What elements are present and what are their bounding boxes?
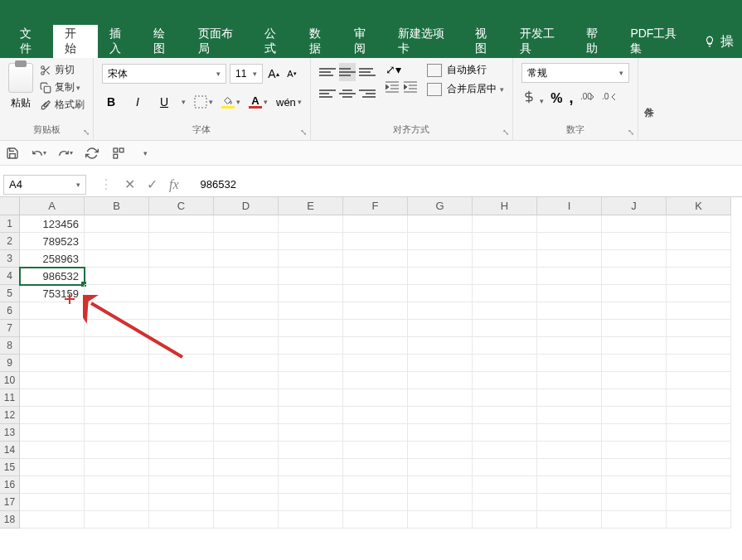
- cell[interactable]: [408, 268, 473, 285]
- cell[interactable]: [408, 407, 473, 424]
- cell[interactable]: [408, 215, 473, 233]
- cell[interactable]: [85, 494, 149, 511]
- select-all-corner[interactable]: [0, 197, 20, 215]
- cell[interactable]: [343, 511, 408, 529]
- cell[interactable]: [473, 424, 537, 442]
- align-left-button[interactable]: [319, 84, 336, 103]
- cell[interactable]: [85, 389, 149, 407]
- cell[interactable]: [85, 250, 149, 268]
- cell[interactable]: [537, 407, 602, 424]
- cell[interactable]: [602, 459, 667, 476]
- row-header[interactable]: 11: [0, 389, 20, 407]
- align-top-button[interactable]: [319, 63, 336, 81]
- cell[interactable]: [537, 233, 602, 250]
- cell[interactable]: [408, 511, 473, 529]
- cell[interactable]: [20, 355, 85, 372]
- cell[interactable]: [343, 389, 408, 407]
- cell[interactable]: [149, 355, 214, 372]
- cell[interactable]: [343, 442, 408, 459]
- qat-customize-button[interactable]: ▾: [138, 146, 153, 161]
- cell[interactable]: [537, 511, 602, 529]
- cell[interactable]: [537, 372, 602, 389]
- column-header[interactable]: D: [214, 197, 279, 215]
- tab-formulas[interactable]: 公式: [253, 25, 298, 58]
- cell[interactable]: [667, 494, 731, 511]
- cell[interactable]: [149, 215, 214, 233]
- cell[interactable]: [20, 407, 85, 424]
- cell[interactable]: [473, 337, 537, 355]
- cell[interactable]: [537, 320, 602, 337]
- cell[interactable]: [149, 459, 214, 476]
- phonetic-button[interactable]: wén ▾: [276, 96, 302, 109]
- cell[interactable]: [537, 476, 602, 494]
- cell[interactable]: [279, 511, 343, 529]
- cell[interactable]: [602, 215, 667, 233]
- cell[interactable]: [602, 320, 667, 337]
- touch-mode-button[interactable]: [111, 146, 126, 161]
- cell[interactable]: 258963: [20, 250, 85, 268]
- cell[interactable]: 123456: [20, 215, 85, 233]
- cell[interactable]: [343, 320, 408, 337]
- cell[interactable]: [20, 302, 85, 320]
- row-header[interactable]: 5: [0, 285, 20, 302]
- cell[interactable]: [214, 302, 279, 320]
- cell[interactable]: [149, 302, 214, 320]
- number-dialog-launcher[interactable]: ⤡: [628, 128, 634, 137]
- cell[interactable]: [667, 476, 731, 494]
- cut-button[interactable]: 剪切: [40, 63, 85, 77]
- column-header[interactable]: J: [602, 197, 667, 215]
- row-header[interactable]: 18: [0, 511, 20, 529]
- cell[interactable]: [667, 355, 731, 372]
- cell[interactable]: [602, 285, 667, 302]
- tab-file[interactable]: 文件: [8, 25, 53, 58]
- cancel-formula-button[interactable]: ✕: [124, 176, 135, 192]
- cell[interactable]: [473, 459, 537, 476]
- cell[interactable]: [537, 389, 602, 407]
- cell[interactable]: [214, 424, 279, 442]
- cell[interactable]: [20, 442, 85, 459]
- cell[interactable]: [85, 511, 149, 529]
- cell[interactable]: [85, 320, 149, 337]
- cell[interactable]: [279, 355, 343, 372]
- cell[interactable]: [279, 250, 343, 268]
- italic-button[interactable]: I: [129, 92, 147, 112]
- cell[interactable]: [279, 337, 343, 355]
- save-button[interactable]: [5, 146, 20, 161]
- undo-button[interactable]: ▾: [32, 146, 46, 161]
- cell[interactable]: [667, 389, 731, 407]
- cell[interactable]: [537, 302, 602, 320]
- redo-button[interactable]: ▾: [58, 146, 73, 161]
- cell[interactable]: [667, 215, 731, 233]
- cell[interactable]: [537, 424, 602, 442]
- decrease-decimal-button[interactable]: .0: [602, 91, 617, 106]
- cell[interactable]: [602, 372, 667, 389]
- cell[interactable]: [537, 268, 602, 285]
- cell[interactable]: [279, 233, 343, 250]
- cell[interactable]: [667, 511, 731, 529]
- cell[interactable]: [343, 407, 408, 424]
- cell[interactable]: [667, 442, 731, 459]
- row-header[interactable]: 7: [0, 320, 20, 337]
- tell-me[interactable]: 操: [696, 33, 742, 51]
- cell[interactable]: [343, 233, 408, 250]
- cell[interactable]: [149, 233, 214, 250]
- cell[interactable]: [408, 355, 473, 372]
- cell[interactable]: [537, 250, 602, 268]
- orientation-button[interactable]: ⤢▾: [386, 63, 401, 76]
- cell[interactable]: [85, 285, 149, 302]
- cell[interactable]: [279, 424, 343, 442]
- cell[interactable]: [214, 389, 279, 407]
- tab-help[interactable]: 帮助: [575, 25, 619, 58]
- border-button[interactable]: ▾: [194, 95, 213, 109]
- cell[interactable]: [149, 476, 214, 494]
- cell[interactable]: [667, 337, 731, 355]
- cell[interactable]: [214, 250, 279, 268]
- cell[interactable]: [20, 494, 85, 511]
- tab-new-tab[interactable]: 新建选项卡: [386, 25, 463, 58]
- cell[interactable]: [214, 476, 279, 494]
- cell[interactable]: [214, 511, 279, 529]
- cell[interactable]: [473, 233, 537, 250]
- row-header[interactable]: 14: [0, 442, 20, 459]
- align-right-button[interactable]: [359, 84, 376, 103]
- increase-font-button[interactable]: A▴: [266, 64, 281, 84]
